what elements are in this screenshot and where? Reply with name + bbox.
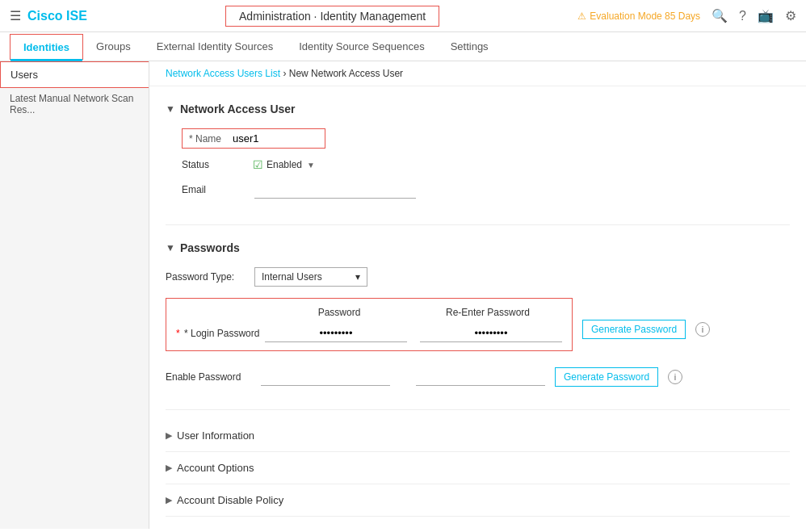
- chevron-down-icon: ▼: [166, 103, 175, 115]
- main-layout: Users Latest Manual Network Scan Res... …: [0, 61, 806, 529]
- account-disable-section: ▶ Account Disable Policy: [166, 484, 790, 517]
- user-information-header[interactable]: ▶ User Information: [166, 426, 790, 445]
- section-body-user: * Name Status ☑ Enabled ▼: [166, 122, 790, 215]
- account-disable-title: Account Disable Policy: [177, 494, 283, 506]
- account-options-header[interactable]: ▶ Account Options: [166, 459, 790, 477]
- password-type-select[interactable]: Internal Users ▾: [254, 267, 367, 287]
- generate-enable-password-button[interactable]: Generate Password: [555, 367, 658, 387]
- check-icon: ☑: [253, 158, 263, 171]
- required-star: *: [176, 328, 180, 339]
- login-password-row-wrapper: Password Re-Enter Password * * Login Pas…: [166, 298, 790, 361]
- password-type-label: Password Type:: [166, 271, 246, 283]
- password-type-dropdown-icon: ▾: [355, 271, 360, 283]
- section-title-user: Network Access User: [180, 103, 296, 115]
- tab-identity-source-sequences[interactable]: Identity Source Sequences: [286, 32, 437, 61]
- name-row: * Name: [182, 128, 790, 149]
- enable-password-row-wrapper: Enable Password Generate Password i: [166, 367, 790, 387]
- enable-password-label: Enable Password: [166, 371, 254, 383]
- enable-password-inputs: Enable Password: [166, 368, 545, 386]
- tab-identities[interactable]: Identities: [10, 34, 83, 60]
- tab-settings[interactable]: Settings: [438, 32, 502, 61]
- content-area: ▼ Network Access User * Name Status: [149, 86, 806, 529]
- user-groups-section: ▼ User Groups ⠿ ALL_ACCOUNTS (default) ▾…: [166, 523, 790, 529]
- breadcrumb-separator: ›: [283, 68, 288, 79]
- account-disable-header[interactable]: ▶ Account Disable Policy: [166, 491, 790, 509]
- status-dropdown-icon[interactable]: ▼: [307, 161, 315, 170]
- status-label: Status: [182, 159, 246, 170]
- login-password-label: * * Login Password: [176, 328, 265, 339]
- password-grid: Password Re-Enter Password * * Login Pas…: [166, 298, 573, 351]
- chevron-right-icon-userinfo: ▶: [166, 430, 172, 441]
- settings-icon[interactable]: ⚙: [785, 8, 796, 23]
- app-header: ☰ Cisco ISE Administration · Identity Ma…: [0, 0, 806, 32]
- user-information-title: User Information: [177, 429, 254, 442]
- login-password-reenter[interactable]: [420, 325, 562, 342]
- section-header-user[interactable]: ▼ Network Access User: [166, 96, 790, 122]
- login-password-info-icon[interactable]: i: [695, 322, 710, 337]
- account-options-title: Account Options: [177, 462, 254, 474]
- user-information-section: ▶ User Information: [166, 420, 790, 452]
- password-type-row: Password Type: Internal Users ▾: [166, 267, 790, 287]
- breadcrumb-link[interactable]: Network Access Users List: [166, 68, 280, 79]
- login-password-row: * * Login Password: [176, 325, 562, 342]
- name-input-wrapper: * Name: [182, 128, 325, 149]
- help-icon[interactable]: ?: [739, 9, 746, 23]
- notifications-icon[interactable]: 📺: [758, 8, 774, 23]
- app-logo: Cisco ISE: [27, 9, 87, 23]
- enable-password-reenter[interactable]: [416, 368, 545, 386]
- email-input[interactable]: [254, 181, 416, 199]
- enable-password-info-icon[interactable]: i: [668, 370, 682, 384]
- generate-login-password-button[interactable]: Generate Password: [582, 320, 686, 339]
- name-label: * Name: [183, 130, 228, 148]
- chevron-right-icon-disable: ▶: [166, 495, 172, 505]
- header-left: ☰ Cisco ISE: [10, 8, 87, 23]
- network-access-user-section: ▼ Network Access User * Name Status: [166, 96, 790, 215]
- re-enter-col-header: Re-Enter Password: [413, 307, 562, 318]
- chevron-down-icon-pw: ▼: [166, 242, 175, 253]
- name-input[interactable]: [228, 129, 325, 148]
- section-header-passwords[interactable]: ▼ Passwords: [166, 235, 790, 261]
- tab-external-identity-sources[interactable]: External Identity Sources: [144, 32, 287, 61]
- password-type-value: Internal Users: [262, 271, 322, 283]
- page-title: Administration · Identity Management: [225, 6, 439, 27]
- chevron-right-icon-accopts: ▶: [166, 463, 172, 473]
- header-right: ⚠ Evaluation Mode 85 Days 🔍 ? 📺 ⚙: [577, 8, 796, 23]
- passwords-section: ▼ Passwords Password Type: Internal User…: [166, 235, 790, 400]
- enable-password-input[interactable]: [261, 368, 390, 386]
- hamburger-icon[interactable]: ☰: [10, 8, 21, 23]
- warning-icon: ⚠: [577, 10, 586, 22]
- main-content: Network Access Users List › New Network …: [149, 61, 806, 529]
- breadcrumb-current: New Network Access User: [289, 68, 403, 79]
- status-badge[interactable]: ☑ Enabled ▼: [253, 158, 315, 171]
- email-label: Email: [182, 184, 246, 195]
- section-title-passwords: Passwords: [180, 241, 240, 254]
- status-row: Status ☑ Enabled ▼: [182, 158, 790, 171]
- email-row: Email: [182, 181, 790, 199]
- search-icon[interactable]: 🔍: [712, 8, 728, 23]
- sidebar: Users Latest Manual Network Scan Res...: [0, 61, 149, 529]
- section-body-passwords: Password Type: Internal Users ▾ Password: [166, 261, 790, 400]
- breadcrumb: Network Access Users List › New Network …: [149, 61, 806, 86]
- eval-badge: ⚠ Evaluation Mode 85 Days: [577, 10, 700, 22]
- password-grid-header: Password Re-Enter Password: [176, 307, 562, 318]
- top-nav: Identities Groups External Identity Sour…: [0, 32, 806, 61]
- account-options-section: ▶ Account Options: [166, 452, 790, 484]
- sidebar-item-users[interactable]: Users: [0, 61, 149, 88]
- login-password-input[interactable]: [265, 325, 407, 342]
- sidebar-item-network-scan[interactable]: Latest Manual Network Scan Res...: [0, 88, 149, 120]
- password-col-header: Password: [265, 307, 413, 318]
- status-value: Enabled: [267, 159, 302, 170]
- tab-groups[interactable]: Groups: [83, 32, 144, 61]
